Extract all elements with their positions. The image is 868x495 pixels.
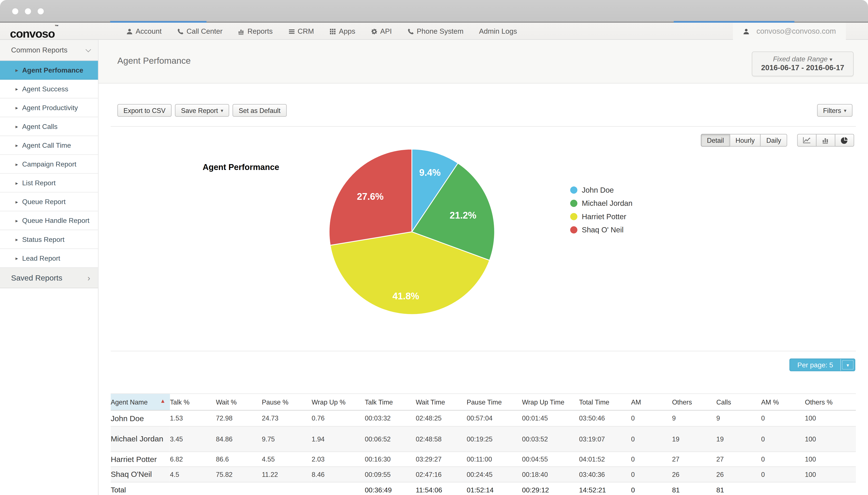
- window-control-dot[interactable]: [38, 8, 44, 14]
- sidebar-item-queue-handle-report[interactable]: ▸Queue Handle Report: [0, 211, 98, 230]
- page-layout: Common Reports ▸Agent Perfomance▸Agent S…: [0, 40, 868, 495]
- column-header-pause[interactable]: Pause %: [262, 394, 312, 410]
- table-cell: 26: [716, 467, 761, 482]
- view-mode-daily-button[interactable]: Daily: [760, 134, 787, 147]
- save-report-button[interactable]: Save Report▾: [175, 104, 230, 117]
- table-row-michael-jordan: Michael Jordan3.4584.869.751.9400:06:520…: [111, 426, 856, 452]
- chart-legend: John DoeMichael JordanHarriet PotterShaq…: [570, 184, 633, 237]
- table-cell: 00:11:00: [467, 452, 522, 467]
- line-chart-view-button[interactable]: [797, 134, 817, 147]
- brand-logo-text: convoso: [10, 27, 55, 40]
- column-header-label: Talk %: [170, 398, 190, 406]
- table-cell: 3.45: [170, 426, 216, 452]
- sidebar-item-label: Lead Report: [22, 254, 60, 262]
- sidebar-item-agent-success[interactable]: ▸Agent Success: [0, 80, 98, 99]
- legend-item-shaq-o-neil[interactable]: Shaq O' Neil: [570, 223, 633, 236]
- nav-item-label: API: [380, 27, 392, 35]
- item-arrow-icon: ▸: [16, 237, 22, 242]
- column-header-wrap-up[interactable]: Wrap Up %: [312, 394, 365, 410]
- column-header-wrap-up-time[interactable]: Wrap Up Time: [522, 394, 579, 410]
- table-cell: 11.22: [262, 467, 312, 482]
- nav-item-label: Call Center: [186, 27, 222, 35]
- pie-chart-view-button[interactable]: [835, 134, 854, 147]
- column-header-calls[interactable]: Calls: [716, 394, 761, 410]
- report-table-container: Agent Name▲Talk %Wait %Pause %Wrap Up %T…: [111, 393, 856, 495]
- column-header-others[interactable]: Others %: [805, 394, 856, 410]
- nav-item-reports[interactable]: Reports: [238, 27, 273, 35]
- filters-button[interactable]: Filters▾: [817, 104, 852, 117]
- per-page-button[interactable]: Per page: 5 ▾: [789, 359, 855, 371]
- account-area[interactable]: convoso@convoso.com: [733, 23, 846, 40]
- nav-item-apps[interactable]: Apps: [330, 27, 355, 35]
- column-header-others[interactable]: Others: [672, 394, 716, 410]
- column-header-label: Others: [672, 398, 692, 406]
- total-value-cell: 01:52:14: [467, 482, 522, 495]
- legend-item-john-doe[interactable]: John Doe: [570, 184, 633, 197]
- table-cell: 27: [672, 452, 716, 467]
- window-titlebar: [0, 0, 868, 23]
- table-cell: 00:16:30: [365, 452, 416, 467]
- nav-item-api[interactable]: API: [371, 27, 392, 35]
- report-toolbar: Export to CSV Save Report▾ Set as Defaul…: [117, 104, 286, 117]
- column-header-am[interactable]: AM: [631, 394, 672, 410]
- agent-name-cell: Michael Jordan: [111, 426, 170, 452]
- window-control-dot[interactable]: [25, 8, 31, 14]
- column-header-wait[interactable]: Wait %: [216, 394, 262, 410]
- total-value-cell: [262, 482, 312, 495]
- nav-item-account[interactable]: Account: [126, 27, 162, 35]
- table-cell: 02:48:58: [416, 426, 467, 452]
- sidebar-item-status-report[interactable]: ▸Status Report: [0, 230, 98, 249]
- set-as-default-button[interactable]: Set as Default: [233, 104, 286, 117]
- nav-item-crm[interactable]: CRM: [288, 27, 314, 35]
- sidebar-item-agent-call-time[interactable]: ▸Agent Call Time: [0, 136, 98, 155]
- column-header-pause-time[interactable]: Pause Time: [467, 394, 522, 410]
- brand-logo[interactable]: convoso™: [10, 24, 59, 40]
- screenshot-canvas: convoso™ AccountCall CenterReportsCRMApp…: [0, 0, 868, 495]
- user-icon: [126, 28, 133, 35]
- sidebar-item-list-report[interactable]: ▸List Report: [0, 174, 98, 192]
- pie-slice-label: 41.8%: [393, 291, 419, 301]
- sidebar-item-campaign-report[interactable]: ▸Campaign Report: [0, 155, 98, 174]
- table-cell: 03:40:36: [579, 467, 631, 482]
- sidebar-item-queue-report[interactable]: ▸Queue Report: [0, 193, 98, 211]
- column-header-wait-time[interactable]: Wait Time: [416, 394, 467, 410]
- sidebar-item-lead-report[interactable]: ▸Lead Report: [0, 249, 98, 268]
- legend-item-harriet-potter[interactable]: Harriet Potter: [570, 210, 633, 223]
- caret-down-icon[interactable]: ▾: [840, 359, 855, 371]
- main-panel: Agent Perfomance Fixed date Range ▾ 2016…: [99, 40, 868, 495]
- table-cell: 02:47:16: [416, 467, 467, 482]
- column-header-agent-name[interactable]: Agent Name▲: [111, 394, 170, 410]
- column-header-am[interactable]: AM %: [761, 394, 805, 410]
- nav-item-call-center[interactable]: Call Center: [177, 27, 222, 35]
- table-row-harriet-potter: Harriet Potter6.8286.64.552.0300:16:3003…: [111, 452, 856, 467]
- chevron-down-icon: [86, 47, 91, 52]
- view-mode-hourly-button[interactable]: Hourly: [730, 134, 761, 147]
- agent-report-table: Agent Name▲Talk %Wait %Pause %Wrap Up %T…: [111, 393, 856, 495]
- sidebar-item-agent-perfomance[interactable]: ▸Agent Perfomance: [0, 61, 98, 80]
- table-cell: 100: [805, 426, 856, 452]
- view-mode-detail-button[interactable]: Detail: [701, 134, 730, 147]
- column-header-talk-time[interactable]: Talk Time: [365, 394, 416, 410]
- sidebar-item-saved-reports[interactable]: Saved Reports ›: [0, 268, 98, 288]
- nav-item-admin-logs[interactable]: Admin Logs: [479, 27, 517, 35]
- caret-down-icon: ▾: [844, 107, 847, 113]
- column-header-total-time[interactable]: Total Time: [579, 394, 631, 410]
- column-header-talk[interactable]: Talk %: [170, 394, 216, 410]
- legend-item-michael-jordan[interactable]: Michael Jordan: [570, 197, 633, 210]
- window-control-dot[interactable]: [12, 8, 18, 14]
- nav-item-phone-system[interactable]: Phone System: [407, 27, 464, 35]
- table-cell: 4.55: [262, 452, 312, 467]
- item-arrow-icon: ▸: [16, 218, 22, 223]
- sidebar-item-agent-productivity[interactable]: ▸Agent Productivity: [0, 99, 98, 117]
- export-csv-button[interactable]: Export to CSV: [117, 104, 171, 117]
- column-header-label: Calls: [716, 398, 731, 406]
- column-header-label: Wrap Up Time: [522, 398, 564, 406]
- table-cell: 00:18:40: [522, 467, 579, 482]
- table-cell: 2.03: [312, 452, 365, 467]
- sidebar-item-agent-calls[interactable]: ▸Agent Calls: [0, 117, 98, 136]
- sidebar-header-common-reports[interactable]: Common Reports: [0, 40, 98, 61]
- bar-chart-view-button[interactable]: [816, 134, 835, 147]
- sidebar-header-label: Common Reports: [11, 46, 67, 54]
- date-range-picker[interactable]: Fixed date Range ▾ 2016-06-17 - 2016-06-…: [752, 51, 854, 76]
- table-cell: 19: [716, 426, 761, 452]
